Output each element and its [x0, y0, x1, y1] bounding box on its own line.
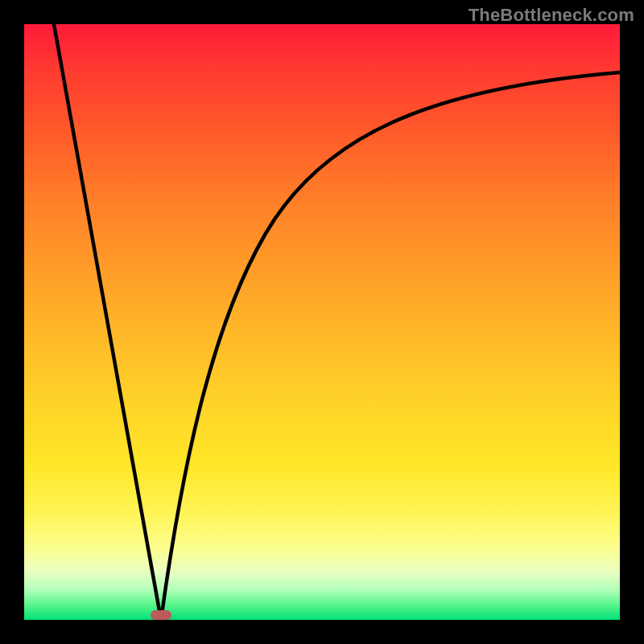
optimum-marker — [151, 610, 171, 620]
bottleneck-curve — [24, 24, 620, 620]
watermark-text: TheBottleneck.com — [469, 5, 634, 26]
curve-left-branch — [54, 24, 161, 620]
curve-right-branch — [161, 72, 620, 620]
